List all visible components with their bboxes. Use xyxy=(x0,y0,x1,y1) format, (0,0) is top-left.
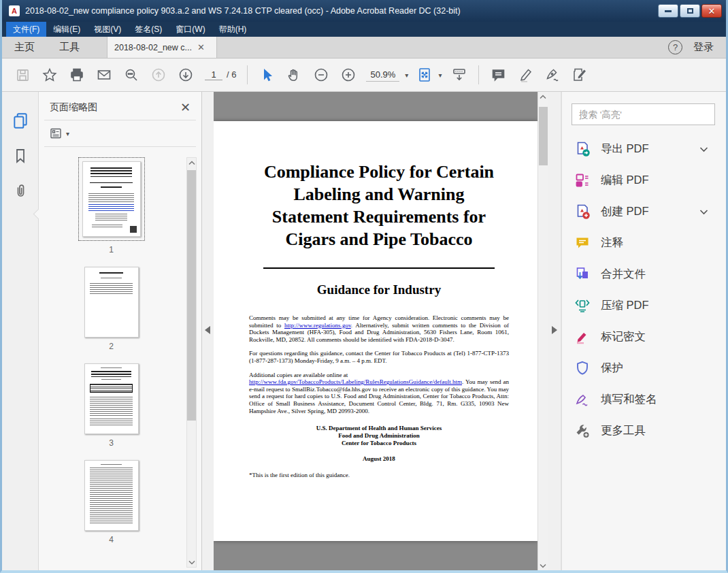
tool-more-tools[interactable]: 更多工具 xyxy=(572,421,715,441)
document-subtitle: Guidance for Industry xyxy=(249,282,509,297)
thumbnail-item-2[interactable]: 2 xyxy=(84,267,139,351)
thumbnail-page-4 xyxy=(84,460,139,531)
tools-search-input[interactable] xyxy=(572,103,715,125)
tool-protect[interactable]: 保护 xyxy=(572,358,715,378)
zoom-level-value: 50.9% xyxy=(366,68,399,82)
bookmarks-rail-button[interactable] xyxy=(9,145,32,167)
page-scrolling-button[interactable] xyxy=(446,62,473,88)
document-scrollbar[interactable] xyxy=(537,92,548,570)
select-tool-button[interactable] xyxy=(253,62,280,88)
next-page-button[interactable] xyxy=(172,62,199,88)
fill-sign-icon xyxy=(572,67,588,83)
fda-gov-link[interactable]: http://www.fda.gov/TobaccoProducts/Label… xyxy=(249,378,462,385)
menu-view[interactable]: 视图(V) xyxy=(87,22,128,37)
zoom-in-button[interactable] xyxy=(335,62,362,88)
tool-label: 注释 xyxy=(601,235,623,250)
fill-sign-pen-icon xyxy=(574,391,591,408)
menu-file[interactable]: 文件(F) xyxy=(6,22,46,37)
tool-compress-pdf[interactable]: 压缩 PDF xyxy=(572,295,715,316)
tool-label: 标记密文 xyxy=(601,329,646,344)
thumbnail-list: 1 2 xyxy=(39,157,184,568)
pdf-file-icon: A xyxy=(9,5,20,16)
attachments-rail-button[interactable] xyxy=(9,180,32,202)
tab-close-icon[interactable]: ✕ xyxy=(197,43,205,52)
thumbnail-number: 1 xyxy=(109,245,114,255)
menu-sign[interactable]: 签名(S) xyxy=(128,22,169,37)
comment-tool-button[interactable] xyxy=(484,62,512,88)
scroll-up-icon[interactable] xyxy=(540,92,546,101)
chevron-down-icon[interactable] xyxy=(699,146,715,152)
tool-combine-files[interactable]: 合并文件 xyxy=(572,264,715,284)
regulations-gov-link[interactable]: http://www.regulations.gov xyxy=(284,322,351,329)
thumbnail-number: 2 xyxy=(109,342,114,351)
right-panel-gutter xyxy=(548,92,561,570)
save-icon xyxy=(16,68,30,82)
previous-page-button[interactable] xyxy=(145,62,172,88)
tool-fill-sign[interactable]: 填写和签名 xyxy=(572,389,715,410)
tool-edit-pdf[interactable]: 编辑 PDF xyxy=(572,170,715,191)
document-paragraph-1: Comments may be submitted at any time fo… xyxy=(249,314,509,343)
tools-list: 导出 PDF 编辑 PDF 创建 PDF xyxy=(572,139,715,452)
save-button[interactable] xyxy=(9,62,36,88)
email-button[interactable] xyxy=(90,62,118,88)
restore-button[interactable] xyxy=(680,4,700,18)
close-button[interactable]: ✕ xyxy=(701,4,722,18)
sign-tool-button[interactable] xyxy=(539,62,566,88)
menu-window[interactable]: 窗口(W) xyxy=(169,22,212,37)
thumbnails-options-button[interactable]: ▾ xyxy=(39,120,201,146)
thumbnail-item-1[interactable]: 1 xyxy=(78,157,145,255)
help-icon[interactable]: ? xyxy=(668,40,682,54)
tab-tools[interactable]: 工具 xyxy=(47,37,92,58)
collapse-left-panel-icon[interactable] xyxy=(205,326,210,334)
fill-sign-tool-button[interactable] xyxy=(566,62,593,88)
thumbnail-item-4[interactable]: 4 xyxy=(84,460,139,544)
scrollbar-thumb[interactable] xyxy=(187,170,196,421)
expand-right-panel-icon[interactable] xyxy=(552,326,557,334)
acrobat-window: A 2018-08-02_new compliance policy 903.a… xyxy=(0,0,728,573)
page-number-input[interactable] xyxy=(205,69,222,80)
zoom-level-dropdown[interactable]: 50.9% ▾ xyxy=(366,68,408,82)
chevron-down-icon: ▾ xyxy=(438,71,442,79)
plus-circle-icon xyxy=(341,67,356,82)
tool-comment[interactable]: 注释 xyxy=(572,233,715,253)
thumbnail-item-3[interactable]: 3 xyxy=(84,363,139,448)
tool-redact[interactable]: 标记密文 xyxy=(572,327,715,347)
menu-edit[interactable]: 编辑(E) xyxy=(46,22,87,37)
tool-label: 更多工具 xyxy=(601,423,646,438)
highlight-tool-button[interactable] xyxy=(512,62,539,88)
toolbar-separator xyxy=(247,65,248,84)
tool-create-pdf[interactable]: 创建 PDF xyxy=(572,201,715,222)
title-bar: A 2018-08-02_new compliance policy 903.a… xyxy=(2,0,726,22)
page-thumbnails-icon xyxy=(12,112,29,129)
minus-circle-icon xyxy=(314,67,329,82)
tab-home[interactable]: 主页 xyxy=(2,37,47,58)
document-page[interactable]: Compliance Policy for Certain Labeling a… xyxy=(214,121,537,541)
scroll-up-icon[interactable] xyxy=(188,158,195,167)
horizontal-rule xyxy=(263,267,495,269)
search-button[interactable] xyxy=(118,62,145,88)
chevron-down-icon[interactable] xyxy=(699,209,715,215)
scroll-down-icon[interactable] xyxy=(188,557,195,567)
menu-help[interactable]: 帮助(H) xyxy=(212,22,254,37)
thumbnails-scrollbar[interactable] xyxy=(186,157,197,568)
star-button[interactable] xyxy=(36,62,63,88)
scrollbar-thumb[interactable] xyxy=(539,107,548,165)
tab-document[interactable]: 2018-08-02_new c... ✕ xyxy=(107,37,217,58)
sign-in-button[interactable]: 登录 xyxy=(693,41,714,54)
thumbnails-close-button[interactable]: ✕ xyxy=(180,101,191,114)
document-viewport[interactable]: Compliance Policy for Certain Labeling a… xyxy=(214,92,537,570)
zoom-out-button[interactable] xyxy=(308,62,335,88)
minimize-button[interactable] xyxy=(658,4,678,18)
arrow-up-circle-icon xyxy=(151,67,166,82)
tool-export-pdf[interactable]: 导出 PDF xyxy=(572,139,715,159)
comment-bubble-icon xyxy=(491,67,506,83)
page-thumbnails-rail-button[interactable] xyxy=(9,110,32,131)
left-rail xyxy=(2,92,39,570)
thumbnail-page-3 xyxy=(84,363,139,434)
scroll-down-icon[interactable] xyxy=(540,561,546,570)
thumbnail-handle[interactable] xyxy=(130,226,137,233)
print-button[interactable] xyxy=(63,62,90,88)
hand-tool-button[interactable] xyxy=(280,62,308,88)
tools-panel: 导出 PDF 编辑 PDF 创建 PDF xyxy=(561,92,726,570)
page-fit-dropdown[interactable]: ▾ xyxy=(416,67,442,83)
